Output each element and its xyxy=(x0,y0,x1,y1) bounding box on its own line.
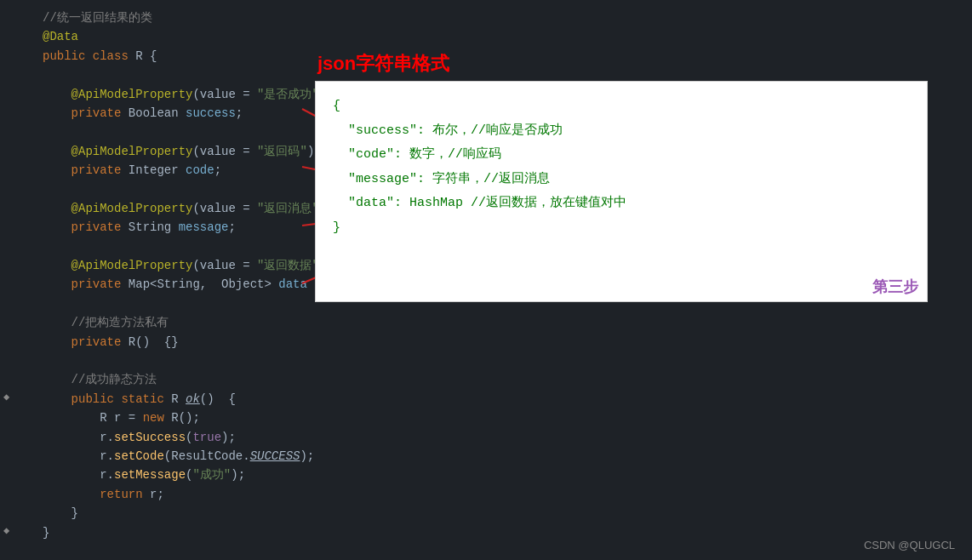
json-popup: { "success": 布尔，//响应是否成功 "code": 数字，//响应… xyxy=(315,81,928,302)
code-line-3: public class R { xyxy=(0,47,972,66)
code-line-24: r.setCode(ResultCode.SUCCESS); xyxy=(0,447,972,466)
json-line-3: "code": 数字，//响应码 xyxy=(333,143,910,168)
json-line-4: "message": 字符串，//返回消息 xyxy=(333,168,910,192)
code-line-19 xyxy=(0,351,972,370)
json-line-5: "data": HashMap //返回数据，放在键值对中 xyxy=(333,191,910,216)
code-line-21: ◆ public static R ok() { xyxy=(0,390,972,409)
json-popup-content: { "success": 布尔，//响应是否成功 "code": 数字，//响应… xyxy=(316,82,927,253)
code-line-25: r.setMessage("成功"); xyxy=(0,466,972,484)
json-line-2: "success": 布尔，//响应是否成功 xyxy=(333,119,910,144)
code-line-18: private R() {} xyxy=(0,333,972,351)
code-line-27: } xyxy=(0,504,972,523)
step-label: 第三步 xyxy=(872,277,918,297)
bottom-label: CSDN @QLUGCL xyxy=(864,539,955,551)
code-line-1: //统一返回结果的类 xyxy=(0,9,972,27)
class-end-icon: ◆ xyxy=(3,523,9,540)
breakpoint-icon: ◆ xyxy=(3,390,9,406)
code-line-20: //成功静态方法 xyxy=(0,370,972,389)
code-line-17: //把构造方法私有 xyxy=(0,313,972,332)
json-popup-title: json字符串格式 xyxy=(317,51,449,77)
code-line-26: return r; xyxy=(0,485,972,504)
code-line-23: r.setSuccess(true); xyxy=(0,428,972,447)
code-line-22: R r = new R(); xyxy=(0,409,972,427)
json-line-1: { xyxy=(333,94,910,119)
json-line-6: } xyxy=(333,216,910,241)
code-line-2: @Data xyxy=(0,27,972,46)
code-line-28: ◆ } xyxy=(0,523,972,542)
